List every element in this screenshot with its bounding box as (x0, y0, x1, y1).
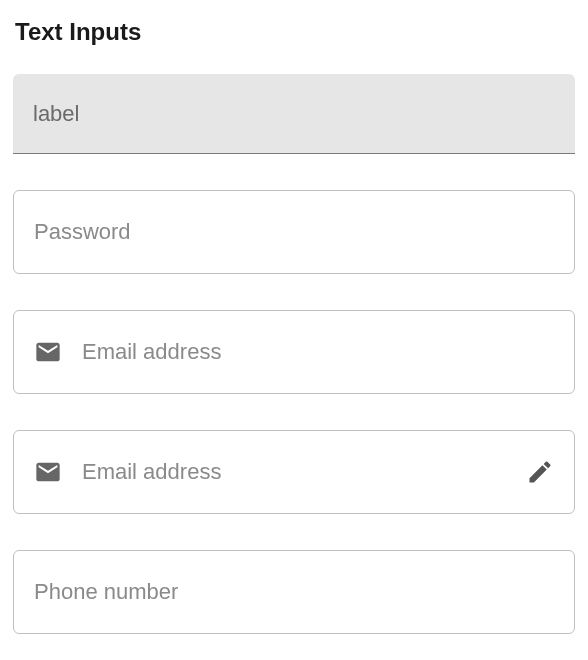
email-editable-input[interactable] (82, 459, 506, 485)
email-icon (34, 338, 62, 366)
pencil-icon[interactable] (526, 458, 554, 486)
email-input[interactable] (82, 339, 554, 365)
password-input[interactable] (34, 219, 554, 245)
phone-field-container (13, 550, 575, 634)
phone-input[interactable] (34, 579, 554, 605)
email-editable-field-container (13, 430, 575, 514)
email-icon (34, 458, 62, 486)
section-title: Text Inputs (15, 18, 575, 46)
password-field-container (13, 190, 575, 274)
label-field-container (13, 74, 575, 154)
email-field-container (13, 310, 575, 394)
label-input[interactable] (33, 101, 555, 127)
